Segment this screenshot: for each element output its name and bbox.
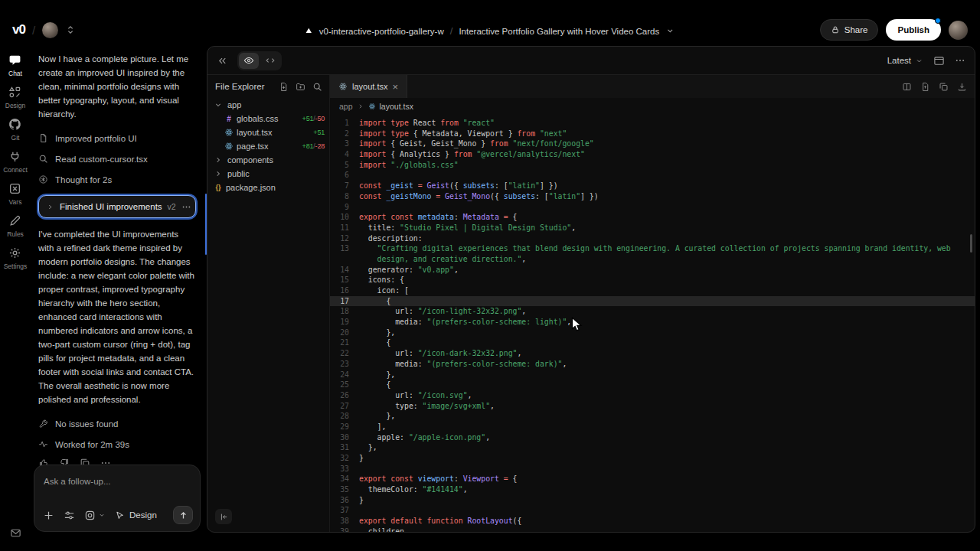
sidebar-item-settings[interactable]: Settings	[3, 246, 28, 270]
sidebar-item-rules[interactable]: Rules	[3, 214, 28, 238]
sidebar-item-git[interactable]: Git	[3, 118, 28, 142]
code-line[interactable]: 38export default function RootLayout({	[330, 516, 975, 527]
code-line[interactable]: 5import "./globals.css"	[330, 160, 975, 171]
sidebar-item-connect[interactable]: Connect	[3, 150, 28, 174]
user-avatar[interactable]	[949, 21, 968, 40]
code-line[interactable]: 13 "Crafting digital experiences that bl…	[330, 243, 975, 254]
send-button[interactable]	[173, 506, 193, 524]
code-line[interactable]: 22 url: "/icon-dark-32x32.png",	[330, 348, 975, 359]
copy-code-icon[interactable]	[939, 82, 949, 92]
code-line[interactable]: 6	[330, 170, 975, 181]
tree-item-app[interactable]: app	[207, 98, 329, 112]
code-line[interactable]: 36}	[330, 495, 975, 506]
version-card[interactable]: Finished UI improvements v2	[38, 195, 196, 218]
code-line[interactable]: 1import type React from "react"	[330, 118, 975, 129]
code-line[interactable]: 23 media: "(prefers-color-scheme: dark)"…	[330, 359, 975, 370]
breadcrumb-root[interactable]: app	[339, 102, 353, 111]
chat-input-box[interactable]: Design	[34, 465, 201, 532]
file-explorer-title: File Explorer	[215, 82, 265, 91]
sidebar-item-design[interactable]: Design	[3, 86, 28, 109]
project-name[interactable]: v0-interactive-portfolio-gallery-w	[319, 26, 444, 35]
code-line[interactable]: 21 {	[330, 337, 975, 348]
export-file-icon[interactable]	[920, 82, 930, 92]
tree-item-components[interactable]: components	[207, 153, 329, 167]
code-line[interactable]: 2import type { Metadata, Viewport } from…	[330, 129, 975, 139]
code-line[interactable]: 12 description:	[330, 233, 975, 244]
code-line[interactable]: design, and creative direction.",	[330, 254, 975, 265]
code-line[interactable]: 27 type: "image/svg+xml",	[330, 401, 975, 412]
download-icon[interactable]	[957, 82, 967, 92]
workspace-avatar[interactable]	[42, 22, 58, 38]
code-line[interactable]: 30 apple: "/apple-icon.png",	[330, 432, 975, 443]
model-selector[interactable]	[84, 510, 106, 521]
code-line[interactable]: 19 media: "(prefers-color-scheme: light)…	[330, 317, 975, 328]
tree-item-layout-tsx[interactable]: layout.tsx+51	[207, 126, 329, 139]
code-line[interactable]: 15 icons: {	[330, 275, 975, 285]
more-icon[interactable]	[181, 202, 191, 212]
tree-item-page-tsx[interactable]: page.tsx+81/-28	[207, 139, 329, 153]
breadcrumb-file[interactable]: layout.tsx	[380, 102, 413, 111]
code-line[interactable]: 14 generator: "v0.app",	[330, 265, 975, 276]
status-item[interactable]: Worked for 2m 39s	[38, 434, 196, 455]
code-line[interactable]: 17 {	[330, 296, 975, 307]
code-line[interactable]: 16 icon: [	[330, 285, 975, 296]
tree-item-public[interactable]: public	[207, 167, 329, 181]
code-line[interactable]: 24 },	[330, 370, 975, 380]
split-view-icon[interactable]	[902, 82, 912, 92]
version-selector[interactable]: Latest	[887, 56, 923, 65]
code-line[interactable]: 26 url: "/icon.svg",	[330, 390, 975, 401]
chat-task[interactable]: Thought for 2s	[38, 169, 196, 190]
design-mode-button[interactable]: Design	[115, 510, 157, 520]
workspace-switcher-icon[interactable]	[65, 24, 76, 35]
code-line[interactable]: 32}	[330, 453, 975, 464]
preview-toggle-button[interactable]	[239, 53, 259, 69]
tree-item-package-json[interactable]: {}package.json	[207, 181, 329, 194]
code-line[interactable]: 10export const metadata: Metadata = {	[330, 212, 975, 223]
new-folder-icon[interactable]	[296, 82, 305, 92]
chat-settings-button[interactable]	[64, 510, 75, 521]
chevron-down-icon[interactable]	[665, 26, 675, 36]
code-line[interactable]: 11 title: "Studio Pixel | Digital Design…	[330, 223, 975, 233]
code-line[interactable]: 34export const viewport: Viewport = {	[330, 474, 975, 484]
publish-button[interactable]: Publish	[886, 19, 941, 41]
code-area[interactable]: 1import type React from "react"2import t…	[330, 115, 975, 532]
code-line[interactable]: 3import { Geist, Geist_Mono } from "next…	[330, 139, 975, 149]
code-line[interactable]: 7const _geist = Geist({ subsets: ["latin…	[330, 181, 975, 191]
collapse-panel-icon[interactable]	[217, 55, 228, 67]
code-line[interactable]: 18 url: "/icon-light-32x32.png",	[330, 306, 975, 317]
code-toggle-button[interactable]	[260, 53, 280, 69]
new-file-icon[interactable]	[279, 82, 289, 92]
code-line[interactable]: 8const _geistMono = Geist_Mono({ subsets…	[330, 191, 975, 202]
v0-logo[interactable]: v0	[12, 22, 25, 37]
code-line[interactable]: 20 },	[330, 328, 975, 338]
sidebar-item-vars[interactable]: Vars	[3, 182, 28, 206]
code-line[interactable]: 37	[330, 505, 975, 516]
code-line[interactable]: 33	[330, 464, 975, 474]
chat-title[interactable]: Interactive Portfolio Gallery with Hover…	[459, 26, 659, 35]
collapse-explorer-button[interactable]	[215, 509, 232, 524]
panel-more-icon[interactable]	[955, 55, 965, 66]
code-line[interactable]: 31 },	[330, 442, 975, 453]
tab-layout-tsx[interactable]: layout.tsx ×	[330, 75, 407, 98]
browser-icon[interactable]	[933, 55, 945, 67]
code-line[interactable]: 25 {	[330, 380, 975, 390]
followup-input[interactable]	[44, 477, 191, 486]
share-button[interactable]: Share	[820, 19, 879, 41]
code-line[interactable]: 28 },	[330, 411, 975, 422]
sidebar-item-chat[interactable]: Chat	[3, 54, 28, 77]
attach-button[interactable]	[43, 510, 54, 521]
search-files-icon[interactable]	[312, 82, 322, 92]
chat-task[interactable]: Read custom-cursor.tsx	[38, 148, 196, 169]
code-line[interactable]: 9	[330, 202, 975, 213]
code-line[interactable]: 4import { Analytics } from "@vercel/anal…	[330, 149, 975, 160]
editor-scrollbar-thumb[interactable]	[970, 234, 972, 253]
close-tab-icon[interactable]: ×	[392, 82, 398, 92]
line-number: 32	[330, 453, 359, 464]
mail-icon[interactable]	[10, 527, 21, 539]
code-line[interactable]: 29 ],	[330, 422, 975, 432]
chat-task[interactable]: Improved portfolio UI	[38, 128, 196, 148]
tree-item-globals-css[interactable]: #globals.css+51/-50	[207, 112, 329, 126]
code-line[interactable]: 39 children,	[330, 527, 975, 532]
code-line[interactable]: 35 themeColor: "#141414",	[330, 484, 975, 495]
status-item[interactable]: No issues found	[38, 413, 196, 434]
